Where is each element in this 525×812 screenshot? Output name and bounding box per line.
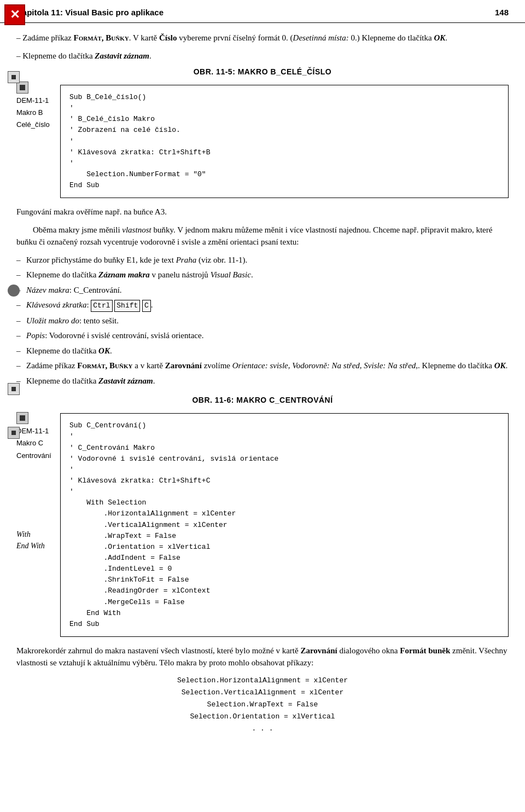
sidebar-dem-label-1: DEM-11-1: [16, 96, 49, 106]
dash-item-7: – Klepneme do tlačítka OK.: [16, 345, 509, 357]
mid-section: Fungování makra ověříme např. na buňce A…: [16, 206, 509, 387]
sidebar-makro-b-label: Makro B: [16, 108, 43, 118]
dash-item-6: – Popis: Vodorovné i svislé centrování, …: [16, 329, 509, 342]
sidebar-group-2: DEM-11-1 Makro C Centrování: [16, 412, 60, 463]
dash-item-2: – Klepneme do tlačítka Záznam makra v pa…: [16, 269, 509, 281]
icon-margin-3: [8, 427, 20, 439]
sidebar-cele-cislo-label: Celé_číslo: [16, 120, 50, 130]
header-page-num: 148: [495, 8, 509, 17]
sidebar-centrovani-label: Centrování: [16, 451, 51, 461]
mid-para-1: Fungování makra ověříme např. na buňce A…: [16, 206, 509, 218]
bottom-para-1: Makrorekordér zahrnul do makra nastavení…: [16, 645, 509, 669]
header-title: Kapitola 11: Visual Basic pro aplikace: [16, 8, 164, 17]
icon-small-1: [16, 82, 28, 94]
sidebar-1: DEM-11-1 Makro B Celé_číslo: [16, 79, 60, 206]
excel-icon: ✕: [4, 4, 25, 25]
intro-section: – Zadáme příkaz Formát, Buňky. V kartě Č…: [16, 32, 509, 62]
code-block-1: Sub B_Celé_číslo() ' ' B_Celé_číslo Makr…: [60, 79, 509, 206]
kbd-shift: Shift: [114, 300, 140, 312]
with-end-with-labels: With End With: [16, 529, 60, 552]
sidebar-makro-c-label: Makro C: [16, 438, 43, 448]
with-label: With: [16, 529, 60, 540]
bottom-section: Makrorekordér zahrnul do makra nastavení…: [16, 645, 509, 735]
code-block-2: Sub C_Centrování() ' ' C_Centrování Makr…: [60, 408, 509, 645]
figure-2-label: OBR. 11-6: MAKRO C_CENTROVÁNÍ: [16, 396, 509, 404]
intro-para-1: – Zadáme příkaz Formát, Buňky. V kartě Č…: [16, 32, 509, 44]
code-section-2: DEM-11-1 Makro C Centrování With End Wit…: [16, 408, 509, 645]
page-header: Kapitola 11: Visual Basic pro aplikace 1…: [0, 0, 525, 23]
dash-item-1: – Kurzor přichystáme do buňky E1, kde je…: [16, 254, 509, 266]
code-section-1: DEM-11-1 Makro B Celé_číslo Sub B_Celé_č…: [16, 79, 509, 206]
sidebar-dem-label-2: DEM-11-1: [16, 426, 49, 436]
mid-para-2: Oběma makry jsme měnili vlastnost buňky.…: [16, 224, 509, 248]
code-text-1: Sub B_Celé_číslo() ' ' B_Celé_číslo Makr…: [60, 85, 509, 198]
figure-1-label: OBR. 11-5: MAKRO B_CELÉ_ČÍSLO: [16, 67, 509, 76]
icon-margin-2: [8, 383, 20, 395]
sidebar-2: DEM-11-1 Makro C Centrování With End Wit…: [16, 408, 60, 645]
icon-margin-1: [8, 71, 20, 83]
dash-item-8: – Zadáme příkaz Formát, Buňky a v kartě …: [16, 359, 509, 372]
page: Kapitola 11: Visual Basic pro aplikace 1…: [0, 0, 525, 812]
main-content: – Zadáme příkaz Formát, Buňky. V kartě Č…: [0, 32, 525, 751]
icon-margin-circle: [8, 285, 20, 297]
bottom-code-block: Selection.HorizontalAlignment = xlCenter…: [16, 675, 509, 735]
code-text-2: Sub C_Centrování() ' ' C_Centrování Makr…: [60, 413, 509, 637]
icon-small-2: [16, 412, 28, 424]
kbd-c: C: [142, 300, 151, 312]
sidebar-group-1: DEM-11-1 Makro B Celé_číslo: [16, 82, 60, 132]
kbd-ctrl: Ctrl: [91, 300, 112, 312]
end-with-label: End With: [16, 540, 60, 552]
dash-item-3: – Název makra: C_Centrování.: [16, 284, 509, 297]
dash-item-9: – Klepneme do tlačítka Zastavit záznam.: [16, 375, 509, 387]
dash-item-4: – Klávesová zkratka: Ctrl Shift C.: [16, 299, 509, 312]
dash-item-5: – Uložit makro do: tento sešit.: [16, 315, 509, 327]
intro-para-2: – Klepneme do tlačítka Zastavit záznam.: [16, 50, 509, 62]
